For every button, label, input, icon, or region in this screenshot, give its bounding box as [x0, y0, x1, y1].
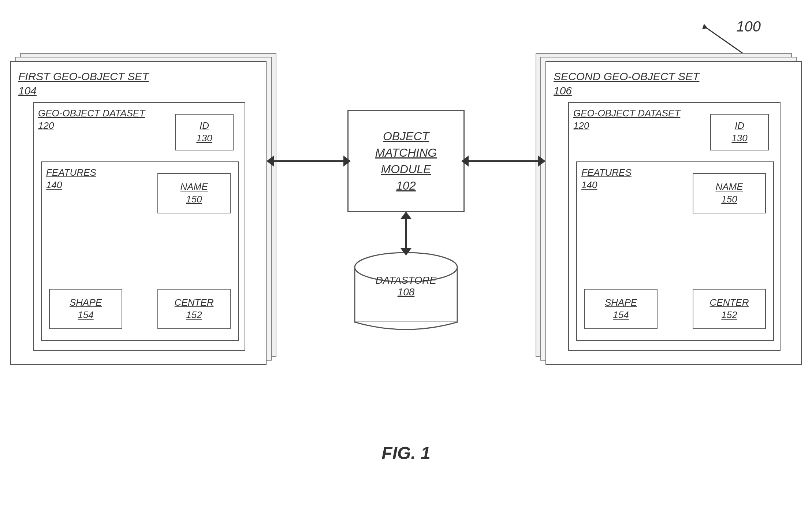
second-dataset-box: GEO-OBJECT DATASET 120 ID 130 FEATURES 1… [568, 102, 781, 351]
first-features-label: FEATURES 140 [46, 167, 96, 191]
svg-marker-4 [267, 156, 274, 167]
fig-label: FIG. 1 [381, 443, 430, 463]
omm-box: OBJECT MATCHING MODULE 102 [347, 110, 465, 212]
svg-marker-12 [401, 248, 411, 256]
left-arrow-svg [267, 152, 351, 170]
second-set-label: SECOND GEO-OBJECT SET 106 [554, 69, 699, 98]
datastore-label: DATASTORE 108 [351, 275, 461, 298]
diagram: 100 FIRST GEO-OBJECT SET 104 GEO-OBJECT … [0, 0, 812, 507]
vertical-arrow-svg [397, 212, 415, 256]
second-dataset-label: GEO-OBJECT DATASET 120 [573, 107, 680, 132]
svg-marker-6 [343, 156, 351, 167]
first-id-box: ID 130 [175, 114, 234, 150]
first-set-front: FIRST GEO-OBJECT SET 104 GEO-OBJECT DATA… [10, 61, 267, 365]
second-shape-box: SHAPE 154 [584, 289, 658, 329]
first-name-box: NAME 150 [157, 173, 231, 213]
first-features-box: FEATURES 140 NAME 150 SHAPE 154 [41, 161, 239, 341]
first-dataset-label: GEO-OBJECT DATASET 120 [38, 107, 145, 132]
right-arrow-svg [461, 152, 545, 170]
first-shape-box: SHAPE 154 [49, 289, 122, 329]
datastore-container: DATASTORE 108 [351, 249, 461, 338]
second-id-box: ID 130 [710, 114, 769, 150]
second-center-box: CENTER 152 [693, 289, 766, 329]
second-name-box: NAME 150 [693, 173, 766, 213]
second-set-front: SECOND GEO-OBJECT SET 106 GEO-OBJECT DAT… [545, 61, 802, 365]
first-center-box: CENTER 152 [157, 289, 231, 329]
svg-marker-10 [401, 212, 411, 219]
svg-marker-9 [538, 156, 545, 167]
first-dataset-box: GEO-OBJECT DATASET 120 ID 130 FEATURES 1… [33, 102, 245, 351]
second-features-box: FEATURES 140 NAME 150 SHAPE 154 [576, 161, 774, 341]
omm-label: OBJECT MATCHING MODULE 102 [375, 128, 437, 194]
svg-marker-7 [461, 156, 469, 167]
ref-100: 100 [736, 18, 761, 35]
second-features-label: FEATURES 140 [581, 167, 632, 191]
first-set-label: FIRST GEO-OBJECT SET 104 [18, 69, 149, 98]
